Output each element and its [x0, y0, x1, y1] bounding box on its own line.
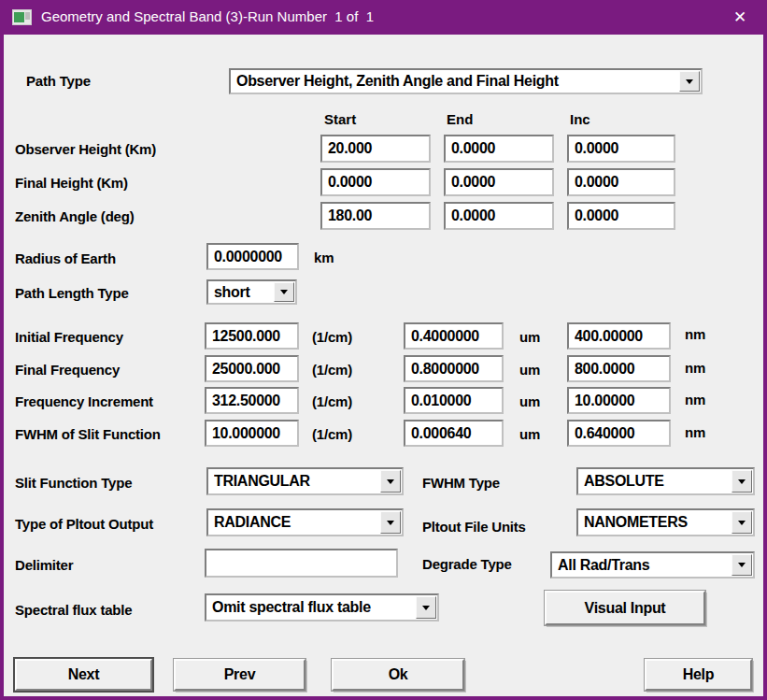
fwhm-slit-cm-unit: (1/cm) [312, 426, 352, 442]
final-frequency-um-unit: um [519, 362, 540, 378]
final-height-end-input[interactable] [444, 168, 554, 196]
final-frequency-cm-input[interactable] [205, 355, 299, 382]
radius-of-earth-unit: km [314, 250, 334, 265]
delimiter-label: Delimiter [15, 557, 73, 573]
initial-frequency-label: Initial Frequency [15, 329, 123, 345]
slit-function-type-label: Slit Function Type [15, 475, 132, 491]
slit-function-type-value: TRIANGULAR [214, 469, 379, 493]
fwhm-type-dropdown[interactable]: ABSOLUTE [576, 467, 755, 495]
delimiter-input[interactable] [205, 549, 398, 578]
path-length-type-label: Path Length Type [15, 285, 129, 301]
spectral-flux-table-value: Omit spectral flux table [212, 595, 415, 620]
pltout-file-units-value: NANOMETERS [584, 510, 731, 535]
final-frequency-um-input[interactable] [404, 355, 504, 382]
frequency-increment-label: Frequency Increment [15, 393, 153, 409]
fwhm-type-label: FWHM Type [422, 475, 500, 491]
path-type-dropdown[interactable]: Observer Height, Zenith Angle and Final … [229, 68, 703, 94]
zenith-angle-end-input[interactable] [444, 202, 554, 230]
fwhm-slit-nm-input[interactable] [567, 420, 671, 447]
final-height-start-input[interactable] [320, 168, 431, 196]
final-frequency-nm-input[interactable] [567, 355, 671, 382]
final-frequency-nm-unit: nm [685, 360, 705, 376]
path-length-type-dropdown[interactable]: short [206, 279, 297, 305]
final-frequency-label: Final Frequency [15, 362, 120, 378]
frequency-increment-nm-unit: nm [685, 392, 705, 407]
degrade-type-label: Degrade Type [422, 556, 512, 572]
help-button[interactable]: Help [645, 659, 752, 691]
radius-of-earth-input[interactable] [206, 243, 299, 270]
frequency-increment-um-input[interactable] [404, 387, 504, 414]
initial-frequency-nm-input[interactable] [567, 322, 671, 350]
column-header-start: Start [324, 111, 356, 127]
pltout-file-units-label: Pltout File Units [422, 519, 526, 535]
chevron-down-icon[interactable] [679, 71, 700, 92]
column-header-end: End [447, 111, 473, 127]
observer-height-inc-input[interactable] [567, 135, 675, 163]
chevron-down-icon[interactable] [274, 282, 294, 302]
chevron-down-icon[interactable] [416, 596, 436, 619]
path-length-type-value: short [214, 281, 273, 303]
chevron-down-icon[interactable] [380, 470, 401, 493]
fwhm-slit-um-input[interactable] [404, 420, 504, 447]
initial-frequency-um-unit: um [519, 329, 540, 345]
frequency-increment-nm-input[interactable] [567, 387, 671, 414]
initial-frequency-nm-unit: nm [685, 326, 705, 342]
initial-frequency-cm-input[interactable] [205, 322, 299, 350]
path-type-value: Observer Height, Zenith Angle and Final … [236, 70, 678, 93]
close-icon[interactable]: ✕ [720, 4, 760, 31]
frequency-increment-cm-input[interactable] [205, 387, 299, 414]
degrade-type-value: All Rad/Trans [558, 553, 731, 577]
titlebar: Geometry and Spectral Band (3)-Run Numbe… [0, 0, 767, 35]
pltout-output-type-label: Type of Pltout Output [15, 516, 153, 532]
initial-frequency-cm-unit: (1/cm) [312, 329, 352, 345]
degrade-type-dropdown[interactable]: All Rad/Trans [550, 551, 755, 579]
observer-height-label: Observer Height (Km) [15, 141, 156, 157]
observer-height-end-input[interactable] [444, 135, 554, 163]
radius-of-earth-label: Radius of Earth [15, 250, 116, 266]
spectral-flux-table-dropdown[interactable]: Omit spectral flux table [205, 593, 439, 621]
prev-button[interactable]: Prev [174, 659, 305, 691]
fwhm-slit-um-unit: um [519, 426, 540, 442]
zenith-angle-label: Zenith Angle (deg) [15, 208, 135, 224]
fwhm-slit-nm-unit: nm [685, 424, 705, 440]
chevron-down-icon[interactable] [731, 470, 752, 493]
zenith-angle-start-input[interactable] [320, 202, 431, 230]
fwhm-slit-label: FWHM of Slit Function [15, 426, 161, 442]
visual-input-button[interactable]: Visual Input [545, 591, 705, 625]
window-title: Geometry and Spectral Band (3)-Run Numbe… [41, 8, 374, 24]
path-type-label: Path Type [26, 73, 91, 89]
frequency-increment-um-unit: um [519, 393, 540, 409]
column-header-inc: Inc [570, 111, 590, 127]
next-button[interactable]: Next [15, 659, 152, 691]
dialog-window: Geometry and Spectral Band (3)-Run Numbe… [0, 0, 767, 700]
pltout-output-type-dropdown[interactable]: RADIANCE [206, 508, 404, 536]
fwhm-slit-cm-input[interactable] [205, 420, 299, 447]
pltout-output-type-value: RADIANCE [214, 510, 379, 535]
chevron-down-icon[interactable] [731, 554, 752, 576]
observer-height-start-input[interactable] [320, 135, 431, 163]
frequency-increment-cm-unit: (1/cm) [312, 393, 352, 409]
initial-frequency-um-input[interactable] [404, 322, 504, 350]
final-height-inc-input[interactable] [567, 168, 675, 196]
ok-button[interactable]: Ok [332, 659, 464, 691]
pltout-file-units-dropdown[interactable]: NANOMETERS [576, 508, 755, 536]
slit-function-type-dropdown[interactable]: TRIANGULAR [206, 467, 404, 495]
chevron-down-icon[interactable] [380, 511, 401, 534]
chevron-down-icon[interactable] [731, 511, 752, 534]
final-height-label: Final Height (Km) [15, 175, 128, 191]
zenith-angle-inc-input[interactable] [567, 202, 675, 230]
spectral-flux-table-label: Spectral flux table [15, 602, 132, 618]
app-icon [12, 9, 32, 25]
final-frequency-cm-unit: (1/cm) [312, 362, 352, 378]
fwhm-type-value: ABSOLUTE [584, 469, 731, 493]
